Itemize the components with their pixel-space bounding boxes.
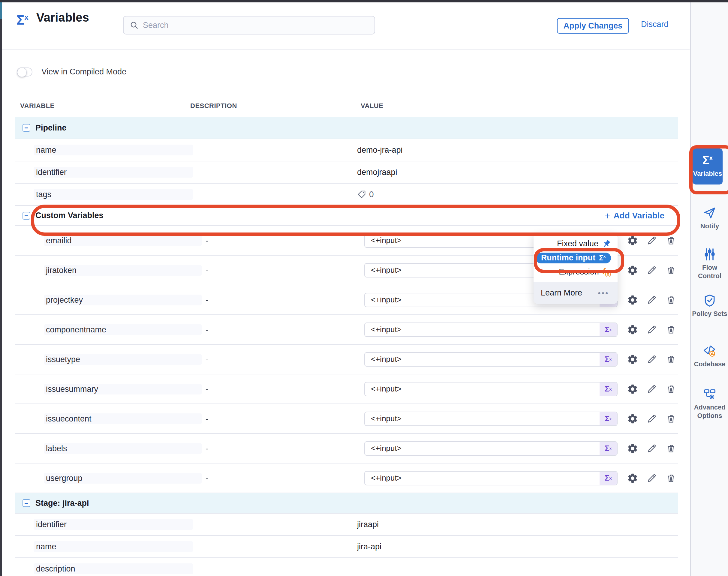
row-actions bbox=[626, 293, 678, 307]
sidebar-item-notify[interactable]: Notify bbox=[691, 206, 728, 230]
gear-icon bbox=[627, 472, 638, 484]
delete-button[interactable] bbox=[664, 471, 678, 485]
variable-name-label: emailid bbox=[46, 236, 72, 245]
settings-gear-button[interactable] bbox=[626, 293, 639, 307]
row-actions bbox=[626, 412, 678, 425]
value-input-text: <+input> bbox=[365, 473, 599, 483]
section-header-pipeline[interactable]: Pipeline bbox=[15, 117, 678, 139]
variable-description: - bbox=[205, 236, 208, 245]
edit-button[interactable] bbox=[645, 471, 659, 485]
toggle-knob bbox=[17, 67, 27, 77]
runtime-input-pill[interactable]: Runtime input Σx bbox=[536, 253, 611, 263]
delete-button[interactable] bbox=[664, 323, 678, 336]
edit-button[interactable] bbox=[645, 293, 659, 307]
menu-item-label: Expression bbox=[559, 267, 599, 277]
plus-icon: + bbox=[605, 211, 611, 220]
apply-changes-button[interactable]: Apply Changes bbox=[557, 18, 629, 34]
section-title: Custom Variables bbox=[35, 211, 104, 220]
menu-item-runtime-input[interactable]: Runtime input Σx bbox=[534, 251, 618, 265]
edit-button[interactable] bbox=[645, 382, 659, 396]
trash-icon bbox=[666, 414, 676, 424]
runtime-input-sigma-icon[interactable]: Σx bbox=[599, 471, 617, 485]
ellipsis-icon: ••• bbox=[598, 289, 609, 297]
gear-icon bbox=[627, 443, 638, 454]
compiled-mode-toggle[interactable] bbox=[17, 67, 32, 77]
value-input-field[interactable]: <+input>Σx bbox=[364, 441, 618, 456]
edit-pencil-icon bbox=[646, 354, 657, 365]
collapse-minus-icon[interactable] bbox=[23, 499, 30, 507]
collapse-minus-icon[interactable] bbox=[23, 124, 30, 132]
variable-name-label: issuesummary bbox=[46, 384, 98, 394]
edit-button[interactable] bbox=[645, 412, 659, 425]
section-header-custom[interactable]: Custom Variables+Add Variable bbox=[15, 205, 678, 225]
runtime-input-sigma-icon[interactable]: Σx bbox=[599, 382, 617, 396]
tags-count: 0 bbox=[369, 190, 374, 199]
value-input-field[interactable]: <+input>Σx bbox=[364, 322, 618, 337]
delete-button[interactable] bbox=[664, 234, 678, 247]
sidebar-item-codebase[interactable]: Codebase bbox=[691, 344, 728, 368]
settings-gear-button[interactable] bbox=[626, 471, 639, 485]
value-type-menu: Fixed value Runtime input Σx Expression … bbox=[534, 233, 618, 304]
settings-gear-button[interactable] bbox=[626, 382, 639, 396]
discard-button[interactable]: Discard bbox=[641, 20, 669, 29]
row-actions bbox=[626, 353, 678, 366]
row-actions bbox=[626, 234, 678, 247]
search-icon bbox=[130, 21, 139, 30]
variable-name-chip bbox=[34, 145, 193, 155]
variable-name-label: name bbox=[36, 542, 56, 551]
value-input-field[interactable]: <+input>Σx bbox=[364, 412, 618, 426]
delete-button[interactable] bbox=[664, 382, 678, 396]
value-input-field[interactable]: <+input>Σx bbox=[364, 352, 618, 367]
left-panel-edge bbox=[0, 2, 2, 576]
menu-item-fixed-value[interactable]: Fixed value bbox=[534, 237, 618, 251]
row-actions bbox=[626, 471, 678, 485]
runtime-input-sigma-icon[interactable]: Σx bbox=[599, 412, 617, 425]
search-input[interactable]: Search bbox=[123, 16, 375, 34]
settings-gear-button[interactable] bbox=[626, 323, 639, 336]
row-actions bbox=[626, 323, 678, 336]
delete-button[interactable] bbox=[664, 264, 678, 277]
variable-name-label: name bbox=[36, 145, 56, 155]
edit-pencil-icon bbox=[646, 295, 657, 306]
delete-button[interactable] bbox=[664, 412, 678, 425]
value-input-field[interactable]: <+input>Σx bbox=[364, 471, 618, 485]
edit-button[interactable] bbox=[645, 323, 659, 336]
delete-button[interactable] bbox=[664, 293, 678, 307]
section-header-stage[interactable]: Stage: jira-api bbox=[15, 493, 678, 513]
runtime-input-sigma-icon[interactable]: Σx bbox=[599, 353, 617, 366]
variable-name-label: jiratoken bbox=[46, 265, 77, 275]
edit-pencil-icon bbox=[646, 413, 657, 424]
delete-button[interactable] bbox=[664, 442, 678, 455]
add-variable-button[interactable]: +Add Variable bbox=[605, 211, 664, 221]
learn-more-label: Learn More bbox=[541, 288, 582, 297]
variable-name-label: identifier bbox=[36, 520, 66, 529]
edit-button[interactable] bbox=[645, 234, 659, 247]
sidebar-item-advanced-options[interactable]: Advanced Options bbox=[691, 387, 728, 420]
edit-button[interactable] bbox=[645, 442, 659, 455]
variable-description: - bbox=[205, 414, 208, 423]
variable-row-componentname: componentname-<+input>Σx bbox=[15, 314, 678, 344]
edit-button[interactable] bbox=[645, 264, 659, 277]
menu-learn-more[interactable]: Learn More ••• bbox=[534, 282, 618, 304]
trash-icon bbox=[666, 265, 676, 276]
variable-row-identifier: identifierdemojraapi bbox=[15, 161, 678, 183]
value-input-field[interactable]: <+input>Σx bbox=[364, 382, 618, 396]
runtime-input-sigma-icon[interactable]: Σx bbox=[599, 323, 617, 336]
sidebar-item-policy-sets[interactable]: Policy Sets bbox=[691, 294, 728, 318]
settings-gear-button[interactable] bbox=[626, 264, 639, 277]
menu-item-expression[interactable]: Expression f(x) bbox=[534, 265, 618, 279]
section-title: Stage: jira-api bbox=[35, 498, 89, 508]
row-actions bbox=[626, 264, 678, 277]
settings-gear-button[interactable] bbox=[626, 442, 639, 455]
collapse-minus-icon[interactable] bbox=[23, 212, 30, 220]
delete-button[interactable] bbox=[664, 353, 678, 366]
trash-icon bbox=[666, 295, 676, 305]
sidebar-item-variables-active[interactable]: Σx Variables bbox=[693, 148, 723, 184]
settings-gear-button[interactable] bbox=[626, 353, 639, 366]
settings-gear-button[interactable] bbox=[626, 234, 639, 247]
sidebar-item-flow-control[interactable]: Flow Control bbox=[691, 248, 728, 280]
runtime-input-sigma-icon[interactable]: Σx bbox=[599, 442, 617, 455]
edit-button[interactable] bbox=[645, 353, 659, 366]
column-header-description: DESCRIPTION bbox=[190, 102, 237, 110]
settings-gear-button[interactable] bbox=[626, 412, 639, 425]
